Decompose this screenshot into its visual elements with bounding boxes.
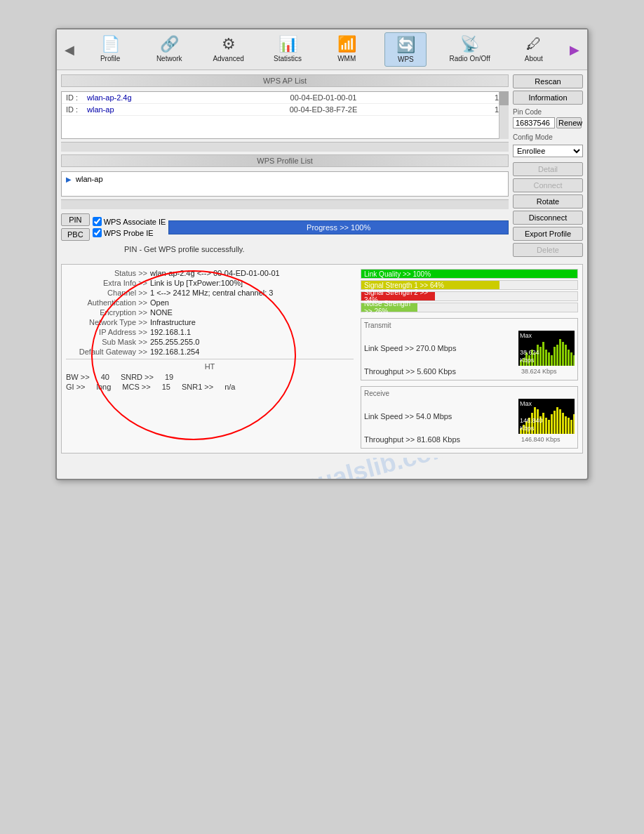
connect-button[interactable]: Connect — [513, 178, 583, 192]
transmit-section: Transmit Link Speed >> 270.0 Mbps Max 38… — [361, 318, 578, 380]
rescan-button[interactable]: Rescan — [513, 74, 583, 88]
delete-button[interactable]: Delete — [513, 243, 583, 257]
tx-bar — [554, 347, 556, 366]
status-label: Status >> — [66, 269, 150, 277]
receive-throughput-row: Throughput >> 81.608 Kbps 146.840 Kbps — [364, 435, 575, 444]
radio-icon: 📡 — [460, 35, 479, 53]
ht-row-2: GI >> long MCS >> 15 SNR1 >> n/a — [66, 383, 354, 391]
gi-label: GI >> — [66, 383, 86, 391]
rx-bar — [570, 420, 572, 434]
back-button[interactable]: ◀ — [58, 36, 81, 64]
probe-ie-input[interactable] — [93, 228, 102, 237]
watermark-container: manualslib.com — [57, 458, 587, 479]
extra-info-label: Extra Info >> — [66, 279, 150, 287]
rx-bar — [545, 418, 547, 434]
link-quality-row: Link Quality >> 100% — [361, 269, 578, 279]
tab-radio-on-off[interactable]: 📡 Radio On/Off — [444, 32, 496, 67]
tab-wps[interactable]: 🔄 WPS — [384, 32, 427, 67]
pin-code-row: Renew — [513, 117, 583, 128]
wps-icon: 🔄 — [396, 36, 415, 54]
channel-label: Channel >> — [66, 289, 150, 297]
rx-bar — [548, 420, 550, 434]
rotate-button[interactable]: Rotate — [513, 194, 583, 208]
receive-throughput: Throughput >> 81.608 Kbps — [364, 435, 514, 444]
snr1-label: SNR1 >> — [182, 383, 213, 391]
network-icon: 🔗 — [160, 35, 179, 53]
auth-value: Open — [150, 298, 169, 307]
extra-info-value: Link is Up [TxPower:100%] — [150, 279, 243, 287]
enc-value: NONE — [150, 308, 173, 317]
wps-profile-list-title: WPS Profile List — [61, 154, 509, 167]
transmit-chart: Max 38.624Kbps — [518, 331, 575, 366]
profile-row: ▶ wlan-ap — [62, 172, 508, 186]
wmm-icon: 📶 — [337, 35, 356, 53]
tab-statistics[interactable]: 📊 Statistics — [267, 32, 309, 67]
rx-bar — [573, 414, 575, 434]
bw-value: 40 — [101, 373, 109, 381]
advanced-label: Advanced — [213, 55, 243, 62]
wps-label: WPS — [398, 55, 414, 63]
ap-list[interactable]: ID : wlan-ap-2.4g 00-04-ED-01-00-01 1 ID… — [61, 91, 509, 139]
receive-section: Receive Link Speed >> 54.0 Mbps Max 146.… — [361, 386, 578, 449]
pbc-button[interactable]: PBC — [61, 228, 90, 241]
ap-row: ID : wlan-ap-2.4g 00-04-ED-01-00-01 1 — [62, 92, 508, 104]
export-profile-button[interactable]: Export Profile — [513, 227, 583, 241]
wps-associate-ie-checkbox[interactable]: WPS Associate IE — [93, 217, 166, 226]
toolbar-items: 📄 Profile 🔗 Network ⚙ Advanced 📊 Statist… — [81, 32, 563, 67]
pin-code-input[interactable] — [513, 117, 555, 128]
rx-val-label: 146.840 Kbps — [518, 436, 575, 443]
gi-value: long — [97, 383, 112, 391]
tab-network[interactable]: 🔗 Network — [148, 32, 190, 67]
mcs-label: MCS >> — [122, 383, 150, 391]
profile-h-scrollbar[interactable] — [61, 199, 509, 209]
link-quality-bar: Link Quality >> 100% — [361, 270, 577, 278]
associate-ie-input[interactable] — [93, 217, 102, 226]
forward-button[interactable]: ▶ — [563, 36, 586, 64]
tx-bar — [556, 345, 558, 366]
profile-icon: 📄 — [101, 35, 120, 53]
tab-advanced[interactable]: ⚙ Advanced — [207, 32, 249, 67]
statistics-icon: 📊 — [279, 35, 297, 53]
rx-chart-kbps: 146.840Kbps — [520, 417, 543, 432]
renew-button[interactable]: Renew — [556, 117, 582, 128]
tx-chart-kbps: 38.624Kbps — [520, 349, 539, 364]
status-value: wlan-ap-2.4g <--> 00-04-ED-01-00-01 — [150, 269, 280, 277]
config-mode-select[interactable]: Enrollee Registrar — [513, 145, 583, 157]
submask-row: Sub Mask >> 255.255.255.0 — [66, 338, 354, 346]
network-type-row: Network Type >> Infrastructure — [66, 318, 354, 326]
profile-list[interactable]: ▶ wlan-ap — [61, 171, 509, 197]
triangle-icon: ▶ — [66, 176, 72, 183]
snrd-value: 19 — [165, 373, 173, 381]
tx-bar — [565, 345, 567, 366]
wps-probe-ie-checkbox[interactable]: WPS Probe IE — [93, 228, 166, 237]
snrd-label: SNRD >> — [121, 373, 154, 381]
ap-list-scrollbar[interactable] — [499, 91, 509, 139]
associate-ie-label: WPS Associate IE — [104, 218, 166, 226]
h-scrollbar[interactable] — [61, 142, 509, 152]
ap-row: ID : wlan-ap 00-04-ED-38-F7-2E 1 — [62, 104, 508, 116]
left-panel: WPS AP List ID : wlan-ap-2.4g 00-04-ED-0… — [61, 74, 509, 257]
mcs-value: 15 — [162, 383, 170, 391]
transmit-speed-row: Link Speed >> 270.0 Mbps Max 38.624Kbps — [364, 331, 575, 366]
profile-label: Profile — [100, 55, 120, 62]
disconnect-button[interactable]: Disconnect — [513, 211, 583, 225]
probe-ie-label: WPS Probe IE — [104, 229, 154, 237]
snr1-value: n/a — [224, 383, 235, 391]
tab-about[interactable]: 🖊 About — [513, 32, 555, 67]
pin-button[interactable]: PIN — [61, 213, 90, 226]
tab-profile[interactable]: 📄 Profile — [89, 32, 131, 67]
tx-bar — [545, 350, 547, 366]
gateway-value: 192.168.1.254 — [150, 348, 199, 356]
tx-bar — [573, 355, 575, 366]
noise-row: Noise Strength >> 26% — [361, 303, 578, 312]
detail-button[interactable]: Detail — [513, 162, 583, 176]
signal-bars: Link Quality >> 100% Signal Strength 1 >… — [361, 269, 578, 312]
receive-speed-row: Link Speed >> 54.0 Mbps Max 146.840Kbps — [364, 399, 575, 434]
gateway-label: Default Gateway >> — [66, 348, 150, 356]
network-type-value: Infrastructure — [150, 318, 196, 326]
app-window: ◀ 📄 Profile 🔗 Network ⚙ Advanced 📊 Stati… — [55, 28, 589, 480]
noise-bar: Noise Strength >> 26% — [361, 303, 417, 312]
information-button[interactable]: Information — [513, 91, 583, 105]
tab-wmm[interactable]: 📶 WMM — [326, 32, 368, 67]
progress-text: Progress >> 100% — [307, 223, 370, 232]
